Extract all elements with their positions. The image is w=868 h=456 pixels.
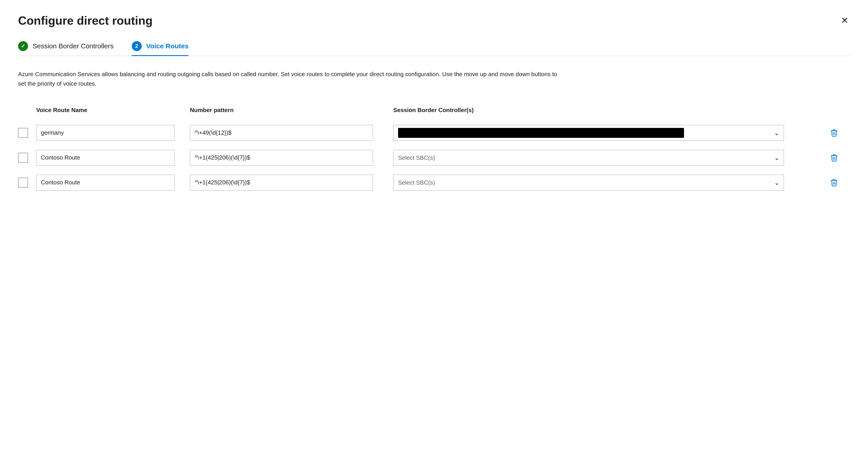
dialog-title: Configure direct routing	[18, 13, 850, 28]
tabs-container: ✓ Session Border Controllers 2 Voice Rou…	[18, 41, 850, 56]
row-1-checkbox[interactable]	[18, 128, 28, 138]
row-1-sbc-redacted-value	[398, 128, 684, 138]
col-header-sbc: Session Border Controller(s)	[393, 107, 827, 113]
row-1-delete-cell	[827, 127, 850, 139]
row-3-delete-button[interactable]	[827, 177, 841, 189]
voice-routes-tab-label: Voice Routes	[146, 42, 189, 50]
row-1-sbc-container: ⌄	[393, 125, 784, 141]
row-2-pattern-input[interactable]	[190, 150, 373, 166]
row-3-sbc-select[interactable]: Select SBC(s)	[393, 175, 784, 191]
row-2-sbc-select[interactable]: Select SBC(s)	[393, 150, 784, 166]
sbc-tab-label: Session Border Controllers	[33, 42, 114, 50]
row-2-name-cell	[36, 150, 190, 166]
trash-icon	[830, 178, 838, 187]
row-3-sbc-cell: Select SBC(s) ⌄	[393, 175, 827, 191]
table-row: Select SBC(s) ⌄	[18, 170, 850, 195]
row-1-delete-button[interactable]	[827, 127, 841, 139]
row-2-sbc-container: Select SBC(s) ⌄	[393, 150, 784, 166]
row-1-checkbox-cell	[18, 128, 36, 138]
table-row: ⌄	[18, 121, 850, 145]
row-1-sbc-select[interactable]: ⌄	[393, 125, 784, 141]
description-text: Azure Communication Services allows bala…	[18, 70, 561, 88]
col-header-voice-route-name: Voice Route Name	[36, 107, 190, 113]
trash-icon	[830, 129, 838, 137]
row-2-checkbox-cell	[18, 153, 36, 163]
col-header-number-pattern: Number pattern	[190, 107, 393, 113]
row-1-pattern-cell	[190, 125, 393, 141]
row-3-pattern-input[interactable]	[190, 175, 373, 191]
row-1-name-input[interactable]	[36, 125, 175, 141]
sbc-tab-badge: ✓	[18, 41, 28, 51]
row-2-pattern-cell	[190, 150, 393, 166]
row-2-checkbox[interactable]	[18, 153, 28, 163]
row-1-sbc-chevron-icon: ⌄	[774, 129, 779, 136]
row-2-sbc-cell: Select SBC(s) ⌄	[393, 150, 827, 166]
row-2-delete-button[interactable]	[827, 152, 841, 164]
table-header: Voice Route Name Number pattern Session …	[18, 107, 850, 118]
row-3-checkbox[interactable]	[18, 177, 28, 188]
row-3-name-input[interactable]	[36, 175, 175, 191]
row-2-name-input[interactable]	[36, 150, 175, 166]
trash-icon	[830, 154, 838, 162]
row-3-checkbox-cell	[18, 177, 36, 188]
configure-direct-routing-dialog: Configure direct routing × ✓ Session Bor…	[0, 0, 868, 456]
close-button[interactable]: ×	[839, 12, 850, 28]
row-3-name-cell	[36, 175, 190, 191]
tab-session-border-controllers[interactable]: ✓ Session Border Controllers	[18, 41, 114, 56]
row-2-delete-cell	[827, 152, 850, 164]
row-1-name-cell	[36, 125, 190, 141]
row-3-pattern-cell	[190, 175, 393, 191]
row-3-delete-cell	[827, 177, 850, 189]
tab-voice-routes[interactable]: 2 Voice Routes	[132, 41, 189, 56]
voice-routes-tab-badge: 2	[132, 41, 142, 51]
row-1-pattern-input[interactable]	[190, 125, 373, 141]
table-row: Select SBC(s) ⌄	[18, 145, 850, 170]
row-3-sbc-container: Select SBC(s) ⌄	[393, 175, 784, 191]
row-1-sbc-cell: ⌄	[393, 125, 827, 141]
